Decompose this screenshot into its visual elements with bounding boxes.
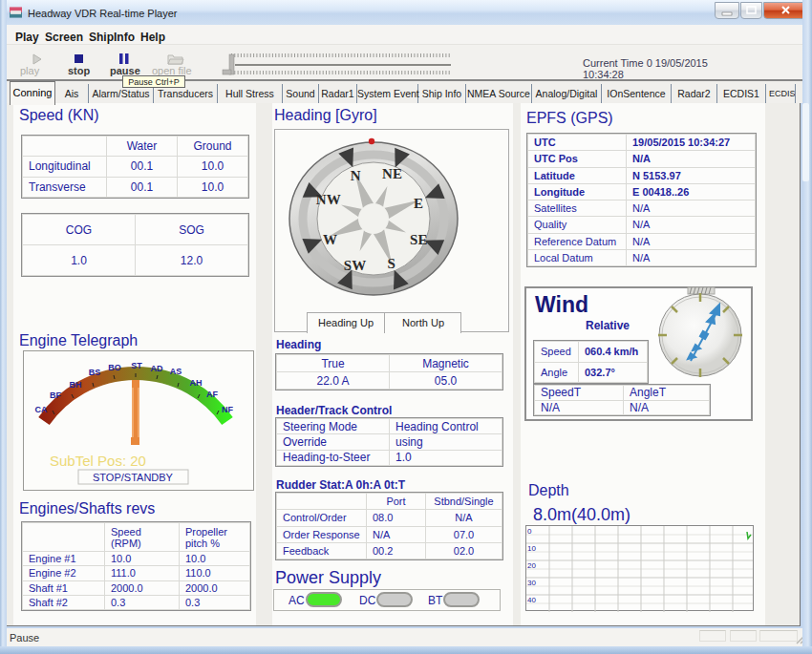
svg-text:AD: AD <box>151 364 163 373</box>
svg-text:NE: NE <box>382 166 402 181</box>
svg-text:SubTel Pos: 20: SubTel Pos: 20 <box>50 453 146 469</box>
svg-text:N: N <box>351 168 361 183</box>
svg-text:SW: SW <box>344 258 366 273</box>
svg-text:W: W <box>323 232 337 247</box>
svg-text:AS: AS <box>170 367 182 376</box>
svg-text:30: 30 <box>527 579 536 587</box>
svg-text:S: S <box>388 256 395 271</box>
svg-text:NF: NF <box>222 405 233 414</box>
svg-text:AH: AH <box>190 378 203 388</box>
svg-text:NW: NW <box>316 192 341 207</box>
svg-text:BF: BF <box>50 390 61 400</box>
svg-text:AF: AF <box>206 390 218 399</box>
svg-text:10: 10 <box>527 544 536 553</box>
svg-text:BH: BH <box>70 380 82 390</box>
svg-text:CA: CA <box>35 405 48 414</box>
svg-text:ST: ST <box>131 361 142 370</box>
svg-text:STOP/STANDBY: STOP/STANDBY <box>93 472 174 483</box>
svg-text:20: 20 <box>527 561 536 570</box>
svg-text:0: 0 <box>527 527 532 536</box>
svg-text:BS: BS <box>89 368 101 377</box>
svg-text:BO: BO <box>108 363 121 372</box>
svg-text:40: 40 <box>527 596 536 604</box>
svg-text:SE: SE <box>410 232 427 247</box>
svg-text:E: E <box>414 196 423 211</box>
